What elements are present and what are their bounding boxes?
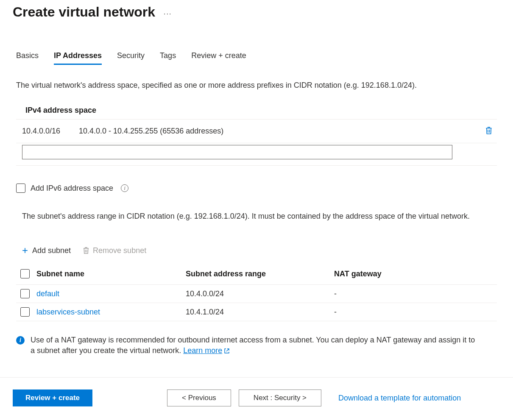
- delete-address-space-button[interactable]: [481, 125, 497, 138]
- learn-more-link[interactable]: Learn more: [183, 345, 230, 356]
- tab-security[interactable]: Security: [117, 51, 145, 65]
- add-ipv6-label: Add IPv6 address space: [31, 184, 113, 193]
- subnet-description: The subnet's address range in CIDR notat…: [16, 211, 497, 222]
- tab-review-create[interactable]: Review + create: [191, 51, 246, 65]
- add-ipv6-checkbox[interactable]: [16, 184, 25, 193]
- column-header-nat: NAT gateway: [334, 270, 497, 278]
- subnet-range: 10.4.1.0/24: [186, 308, 334, 317]
- plus-icon: +: [22, 245, 28, 256]
- tab-tags[interactable]: Tags: [160, 51, 176, 65]
- subnet-range: 10.4.0.0/24: [186, 289, 334, 298]
- remove-subnet-button: Remove subnet: [83, 246, 146, 255]
- remove-subnet-label: Remove subnet: [93, 246, 146, 255]
- download-template-link[interactable]: Download a template for automation: [338, 394, 461, 403]
- more-icon[interactable]: ···: [164, 7, 172, 18]
- subnet-name-link[interactable]: default: [36, 289, 59, 298]
- subnet-row-checkbox[interactable]: [20, 289, 30, 298]
- address-cidr: 10.4.0.0/16: [22, 127, 79, 136]
- address-space-row: 10.4.0.0/16 10.4.0.0 - 10.4.255.255 (655…: [16, 120, 497, 143]
- address-space-description: The virtual network's address space, spe…: [16, 80, 497, 91]
- ipv4-address-space-heading: IPv4 address space: [16, 106, 497, 120]
- tab-basics[interactable]: Basics: [16, 51, 39, 65]
- tabs: Basics IP Addresses Security Tags Review…: [16, 51, 497, 65]
- next-button[interactable]: Next : Security >: [239, 389, 321, 406]
- tab-ip-addresses[interactable]: IP Addresses: [54, 51, 102, 65]
- new-address-space-input[interactable]: [22, 145, 452, 159]
- address-range: 10.4.0.0 - 10.4.255.255 (65536 addresses…: [79, 127, 481, 136]
- info-banner: i Use of a NAT gateway is recommended fo…: [16, 335, 497, 356]
- subnet-row-checkbox[interactable]: [20, 307, 30, 317]
- table-row: default 10.4.0.0/24 -: [16, 285, 497, 303]
- trash-icon: [485, 126, 493, 135]
- add-subnet-button[interactable]: + Add subnet: [22, 245, 71, 256]
- subnet-name-link[interactable]: labservices-subnet: [36, 308, 100, 316]
- learn-more-label: Learn more: [183, 345, 222, 356]
- subnet-nat: -: [334, 308, 497, 317]
- info-icon[interactable]: i: [121, 184, 128, 192]
- previous-button[interactable]: < Previous: [167, 389, 231, 406]
- table-row: labservices-subnet 10.4.1.0/24 -: [16, 303, 497, 321]
- add-subnet-label: Add subnet: [32, 246, 71, 255]
- footer: Review + create < Previous Next : Securi…: [0, 377, 513, 420]
- select-all-checkbox[interactable]: [20, 269, 30, 278]
- info-icon: i: [16, 336, 25, 345]
- external-link-icon: [224, 348, 230, 354]
- trash-icon: [83, 247, 89, 254]
- subnet-nat: -: [334, 289, 497, 298]
- column-header-range: Subnet address range: [186, 270, 334, 278]
- page-title: Create virtual network: [13, 4, 155, 20]
- subnet-table: Subnet name Subnet address range NAT gat…: [16, 265, 497, 321]
- column-header-name: Subnet name: [36, 270, 186, 278]
- info-banner-text: Use of a NAT gateway is recommended for …: [31, 336, 475, 355]
- review-create-button[interactable]: Review + create: [13, 389, 92, 406]
